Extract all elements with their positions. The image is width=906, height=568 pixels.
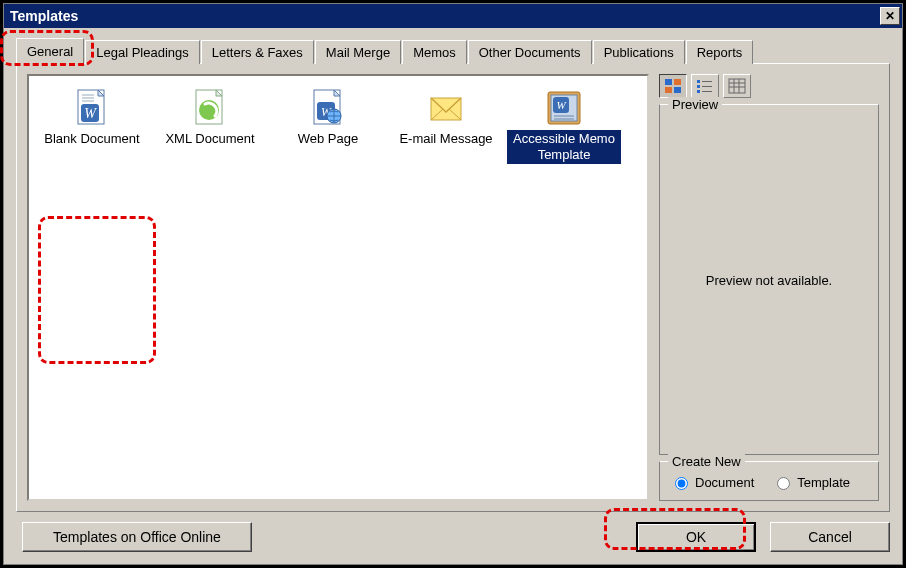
template-list[interactable]: W Blank Document XML Document W Web Page [27, 74, 649, 501]
tab-general[interactable]: General [16, 38, 84, 65]
tab-memos[interactable]: Memos [402, 40, 467, 64]
template-web-page[interactable]: W Web Page [269, 84, 387, 168]
xml-doc-icon [190, 88, 230, 128]
preview-group: Preview not available. [659, 104, 879, 455]
tab-panel: W Blank Document XML Document W Web Page [16, 63, 890, 512]
template-label: XML Document [162, 130, 257, 148]
radio-document-input[interactable] [675, 477, 688, 490]
svg-rect-27 [697, 90, 700, 93]
radio-template-input[interactable] [777, 477, 790, 490]
titlebar: Templates ✕ [4, 4, 902, 28]
template-email-message[interactable]: E-mail Message [387, 84, 505, 168]
template-label: Accessible Memo Template [507, 130, 621, 164]
tab-legal-pleadings[interactable]: Legal Pleadings [85, 40, 200, 64]
window-title: Templates [10, 8, 880, 24]
template-label: Blank Document [41, 130, 142, 148]
svg-rect-28 [702, 91, 712, 92]
dialog-buttons: Templates on Office Online OK Cancel [16, 512, 890, 552]
right-pane: Preview not available. Document Template [659, 74, 879, 501]
tab-reports[interactable]: Reports [686, 40, 754, 64]
create-new-group: Document Template [659, 461, 879, 501]
preview-text: Preview not available. [706, 273, 832, 288]
tab-mail-merge[interactable]: Mail Merge [315, 40, 401, 64]
word-template-icon: W [544, 88, 584, 128]
svg-rect-24 [702, 81, 712, 82]
tab-publications[interactable]: Publications [593, 40, 685, 64]
template-accessible-memo[interactable]: W Accessible Memo Template [505, 84, 623, 168]
email-icon [426, 88, 466, 128]
templates-dialog: Templates ✕ General Legal Pleadings Lett… [3, 3, 903, 565]
view-large-icons-button[interactable] [659, 74, 687, 98]
svg-rect-21 [665, 87, 672, 93]
svg-rect-23 [697, 80, 700, 83]
ok-button[interactable]: OK [636, 522, 756, 552]
template-label: Web Page [295, 130, 361, 148]
tabs: General Legal Pleadings Letters & Faxes … [16, 38, 890, 64]
svg-rect-19 [665, 79, 672, 85]
cancel-button[interactable]: Cancel [770, 522, 890, 552]
svg-text:W: W [84, 106, 97, 121]
radio-template[interactable]: Template [772, 474, 850, 490]
svg-rect-22 [674, 87, 681, 93]
web-page-icon: W [308, 88, 348, 128]
view-list-button[interactable] [691, 74, 719, 98]
svg-rect-25 [697, 85, 700, 88]
svg-rect-26 [702, 86, 712, 87]
svg-rect-20 [674, 79, 681, 85]
word-doc-icon: W [72, 88, 112, 128]
view-details-button[interactable] [723, 74, 751, 98]
close-button[interactable]: ✕ [880, 7, 900, 25]
template-label: E-mail Message [396, 130, 495, 148]
templates-office-online-button[interactable]: Templates on Office Online [22, 522, 252, 552]
tab-other-documents[interactable]: Other Documents [468, 40, 592, 64]
template-blank-document[interactable]: W Blank Document [33, 84, 151, 168]
radio-document[interactable]: Document [670, 474, 754, 490]
template-xml-document[interactable]: XML Document [151, 84, 269, 168]
tab-letters-faxes[interactable]: Letters & Faxes [201, 40, 314, 64]
svg-text:W: W [556, 99, 566, 111]
view-mode-buttons [659, 74, 879, 98]
svg-rect-29 [729, 79, 745, 93]
